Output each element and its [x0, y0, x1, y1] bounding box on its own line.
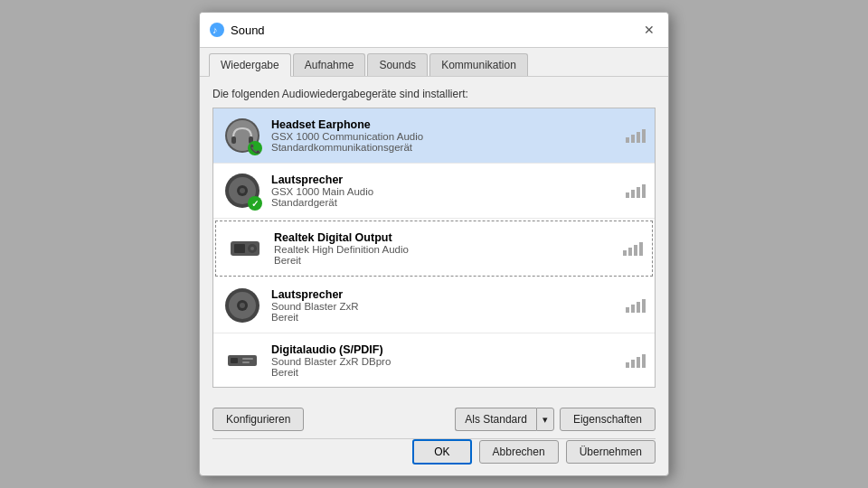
svg-rect-21 — [242, 361, 250, 363]
speaker-gsx-signal — [626, 184, 646, 198]
bar1 — [623, 250, 627, 256]
speaker-gsx-badge: ✓ — [248, 196, 262, 211]
bar4 — [642, 129, 646, 143]
realtek-sub: Realtek High Definition Audio — [274, 244, 614, 255]
tab-wiedergabe[interactable]: Wiedergabe — [209, 53, 291, 77]
bar1 — [626, 137, 629, 143]
svg-point-17 — [240, 303, 245, 308]
speaker-zxr-status: Bereit — [271, 312, 617, 323]
footer-buttons: Konfigurieren Als Standard ▾ Eigenschaft… — [200, 399, 668, 438]
spdif-info: Digitalaudio (S/PDIF) Sound Blaster ZxR … — [271, 343, 617, 378]
bar3 — [637, 132, 640, 143]
spdif-icon — [224, 343, 260, 379]
realtek-name: Realtek Digital Output — [274, 231, 614, 244]
bar2 — [631, 305, 635, 313]
device-item-spdif[interactable]: Digitalaudio (S/PDIF) Sound Blaster ZxR … — [213, 333, 655, 388]
headset-name: Headset Earphone — [271, 118, 617, 131]
speaker-gsx-status: Standardgerät — [271, 197, 617, 208]
sound-icon: ♪ — [209, 22, 225, 38]
tab-kommunikation[interactable]: Kommunikation — [429, 53, 528, 76]
device-item-headset[interactable]: 📞 Headset Earphone GSX 1000 Communicatio… — [213, 108, 655, 164]
svg-point-13 — [250, 247, 254, 250]
bar2 — [631, 360, 635, 368]
bar2 — [628, 248, 632, 256]
bar1 — [626, 307, 629, 313]
device-list: 📞 Headset Earphone GSX 1000 Communicatio… — [212, 108, 656, 388]
headset-icon-container: 📞 — [222, 116, 262, 155]
title-bar-left: ♪ Sound — [209, 22, 265, 38]
device-item-speaker-gsx[interactable]: ✓ Lautsprecher GSX 1000 Main Audio Stand… — [213, 164, 655, 219]
bar3 — [637, 357, 640, 368]
bottom-buttons: OK Abbrechen Übernehmen — [200, 439, 668, 475]
als-standard-dropdown[interactable]: ▾ — [536, 408, 554, 431]
spdif-signal — [626, 354, 646, 368]
title-bar: ♪ Sound ✕ — [200, 13, 668, 48]
headset-signal — [626, 129, 646, 143]
spdif-status: Bereit — [271, 367, 617, 378]
tab-bar: Wiedergabe Aufnahme Sounds Kommunikation — [200, 48, 668, 77]
ok-button[interactable]: OK — [412, 439, 471, 465]
realtek-icon — [227, 230, 263, 267]
bar3 — [637, 187, 640, 198]
bar4 — [642, 299, 646, 313]
svg-rect-19 — [231, 358, 238, 363]
svg-point-9 — [240, 188, 245, 193]
svg-rect-20 — [242, 358, 253, 360]
headset-sub: GSX 1000 Communication Audio — [271, 131, 617, 142]
headset-badge: 📞 — [248, 141, 262, 155]
speaker-zxr-sub: Sound Blaster ZxR — [271, 301, 617, 312]
bar4 — [642, 354, 646, 368]
realtek-signal — [623, 242, 643, 256]
spdif-sub: Sound Blaster ZxR DBpro — [271, 356, 617, 367]
speaker-zxr-icon — [224, 287, 260, 324]
svg-rect-4 — [231, 136, 236, 144]
close-button[interactable]: ✕ — [639, 20, 659, 40]
bar3 — [637, 302, 640, 313]
speaker-zxr-name: Lautsprecher — [271, 288, 617, 301]
tab-content: Die folgenden Audiowiedergabegeräte sind… — [200, 77, 668, 399]
bar4 — [639, 242, 643, 256]
device-item-realtek[interactable]: Realtek Digital Output Realtek High Defi… — [215, 221, 653, 277]
speaker-zxr-icon-container — [222, 286, 262, 325]
speaker-gsx-icon-container: ✓ — [222, 171, 262, 211]
speaker-gsx-sub: GSX 1000 Main Audio — [271, 186, 617, 197]
realtek-status: Bereit — [274, 255, 614, 266]
eigenschaften-button[interactable]: Eigenschaften — [560, 408, 656, 431]
subtitle-text: Die folgenden Audiowiedergabegeräte sind… — [212, 88, 656, 100]
als-standard-split: Als Standard ▾ — [455, 408, 554, 431]
bar4 — [642, 184, 646, 198]
headset-info: Headset Earphone GSX 1000 Communication … — [271, 118, 617, 153]
svg-rect-11 — [234, 244, 245, 253]
realtek-icon-container — [225, 229, 265, 268]
speaker-gsx-name: Lautsprecher — [271, 174, 617, 186]
speaker-gsx-info: Lautsprecher GSX 1000 Main Audio Standar… — [271, 174, 617, 208]
konfigurieren-button[interactable]: Konfigurieren — [212, 408, 304, 431]
spdif-name: Digitalaudio (S/PDIF) — [271, 343, 617, 356]
tab-aufnahme[interactable]: Aufnahme — [293, 53, 366, 76]
tab-sounds[interactable]: Sounds — [367, 53, 428, 76]
bar2 — [631, 190, 635, 198]
speaker-zxr-info: Lautsprecher Sound Blaster ZxR Bereit — [271, 288, 617, 323]
apply-button[interactable]: Übernehmen — [566, 440, 656, 464]
bar1 — [626, 192, 629, 198]
dialog-title: Sound — [231, 23, 265, 37]
realtek-info: Realtek Digital Output Realtek High Defi… — [274, 231, 614, 266]
bar2 — [631, 135, 635, 143]
cancel-button[interactable]: Abbrechen — [479, 440, 559, 464]
spdif-icon-container — [222, 341, 262, 380]
speaker-zxr-signal — [626, 299, 646, 313]
device-item-speaker-zxr[interactable]: Lautsprecher Sound Blaster ZxR Bereit — [213, 278, 655, 333]
sound-dialog: ♪ Sound ✕ Wiedergabe Aufnahme Sounds Kom… — [199, 12, 669, 476]
bar1 — [626, 362, 629, 368]
headset-status: Standardkommunikationsgerät — [271, 142, 617, 153]
svg-text:♪: ♪ — [212, 24, 218, 35]
als-standard-button[interactable]: Als Standard — [455, 408, 536, 431]
bar3 — [634, 245, 637, 256]
footer-right: Als Standard ▾ Eigenschaften — [455, 408, 656, 431]
